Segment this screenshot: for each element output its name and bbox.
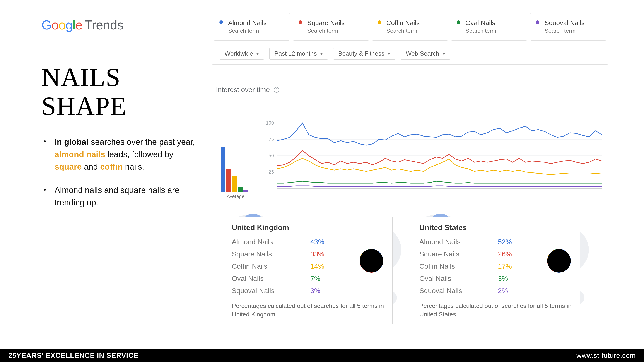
term-subtitle: Search term (228, 28, 267, 34)
footer-right: www.st-future.com (576, 352, 636, 360)
chevron-down-icon (387, 53, 390, 55)
region-card-us: United States Almond Nails52%Square Nail… (412, 217, 580, 324)
dot-icon (220, 20, 223, 24)
heading-line-1: NAILS (42, 63, 203, 92)
donut-chart (356, 246, 387, 276)
avg-bar (238, 187, 242, 192)
dot-icon (378, 20, 381, 24)
chevron-down-icon (320, 53, 323, 55)
avg-bar (244, 190, 248, 192)
region-note: Percentages calculated out of searches f… (419, 302, 573, 318)
filter-search-type[interactable]: Web Search (400, 48, 450, 60)
donut-chart (544, 246, 574, 276)
region-breakdown-area: United Kingdom Almond Nails43%Square Nai… (212, 206, 608, 337)
google-trends-logo: GoogleTrends (42, 18, 203, 32)
term-subtitle: Search term (466, 28, 496, 34)
footer-left: 25YEARS' EXCELLENCE IN SERVICE (8, 352, 138, 360)
dot-icon (536, 20, 539, 24)
average-label: Average (218, 194, 253, 199)
chevron-down-icon (256, 53, 259, 55)
svg-text:75: 75 (269, 136, 274, 142)
dot-icon (457, 20, 460, 24)
section-header: Interest over time ? ⋮ (216, 86, 606, 94)
region-title: United States (419, 223, 573, 232)
filter-category[interactable]: Beauty & Fitness (333, 48, 396, 60)
term-subtitle: Search term (307, 28, 345, 34)
avg-bar (232, 176, 237, 192)
footer-bar: 25YEARS' EXCELLENCE IN SERVICE www.st-fu… (0, 349, 644, 362)
more-icon[interactable]: ⋮ (600, 88, 606, 91)
help-icon[interactable]: ? (274, 87, 279, 93)
bullet-2: Almond nails and square nails are trendi… (42, 184, 203, 209)
avg-bar (226, 169, 231, 192)
term-name: Square Nails (307, 19, 345, 26)
term-card-oval[interactable]: Oval Nails Search term (451, 13, 527, 40)
series-line (277, 158, 602, 175)
series-line (277, 123, 602, 145)
term-name: Coffin Nails (386, 19, 420, 26)
term-subtitle: Search term (544, 28, 584, 34)
series-line (277, 186, 602, 186)
svg-text:50: 50 (269, 153, 274, 158)
bullet-1-prefix: In global (54, 138, 88, 146)
chevron-down-icon (442, 53, 445, 55)
term-card-coffin[interactable]: Coffin Nails Search term (372, 13, 448, 40)
region-title: United Kingdom (232, 223, 385, 232)
region-note: Percentages calculated out of searches f… (232, 302, 385, 318)
filters-row: Worldwide Past 12 months Beauty & Fitnes… (214, 43, 606, 64)
interest-over-time-chart: 255075100 (264, 121, 604, 192)
term-name: Oval Nails (466, 19, 496, 26)
page-title: NAILS SHAPE (42, 63, 203, 120)
filter-region[interactable]: Worldwide (220, 48, 264, 60)
term-card-almond[interactable]: Almond Nails Search term (214, 13, 290, 40)
dot-icon (298, 20, 302, 24)
filter-time[interactable]: Past 12 months (269, 48, 328, 60)
bullet-1: In global searches over the past year, a… (42, 136, 203, 173)
svg-point-32 (548, 249, 570, 272)
trends-panel: Almond Nails Search term Square Nails Se… (212, 11, 608, 64)
heading-line-2: SHAPE (42, 92, 203, 120)
average-bars-chart: Average (218, 135, 253, 199)
avg-bar (221, 147, 226, 192)
region-row: Squoval Nails3% (232, 284, 385, 297)
term-name: Almond Nails (228, 19, 267, 26)
section-title: Interest over time ? (216, 86, 279, 94)
region-card-uk: United Kingdom Almond Nails43%Square Nai… (225, 217, 392, 324)
term-card-squoval[interactable]: Squoval Nails Search term (530, 13, 606, 40)
left-column: GoogleTrends NAILS SHAPE In global searc… (42, 18, 203, 220)
region-row: Squoval Nails2% (419, 284, 573, 297)
svg-point-27 (360, 249, 383, 272)
bullet-list: In global searches over the past year, a… (42, 136, 203, 209)
term-name: Squoval Nails (544, 19, 584, 26)
term-subtitle: Search term (386, 28, 420, 34)
series-line (277, 181, 602, 183)
term-card-square[interactable]: Square Nails Search term (293, 13, 369, 40)
svg-text:25: 25 (269, 169, 274, 175)
svg-text:100: 100 (266, 121, 274, 126)
trends-word: Trends (84, 18, 124, 32)
terms-row: Almond Nails Search term Square Nails Se… (214, 13, 606, 40)
